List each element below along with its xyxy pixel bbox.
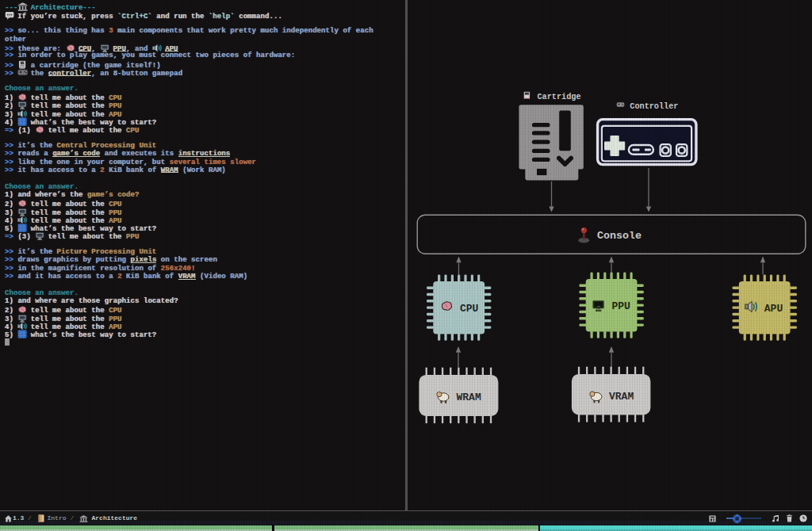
svg-text:Cartridge: Cartridge <box>538 93 581 101</box>
svg-text:Controller: Controller <box>630 102 678 111</box>
svg-text:CPU: CPU <box>460 303 478 315</box>
svg-text:VRAM: VRAM <box>609 391 634 403</box>
svg-text:WRAM: WRAM <box>457 392 481 403</box>
svg-text:APU: APU <box>764 303 783 315</box>
svg-text:Console: Console <box>597 230 642 242</box>
svg-text:PPU: PPU <box>612 300 630 312</box>
